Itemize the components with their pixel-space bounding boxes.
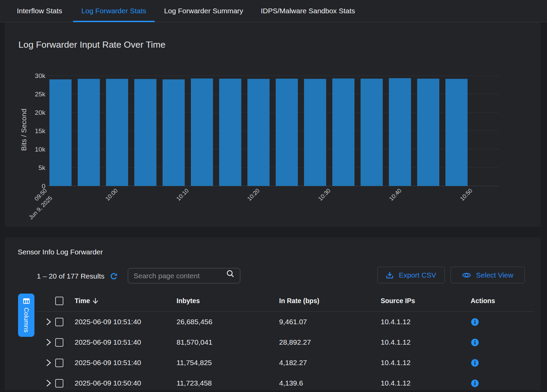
columns-icon	[23, 298, 30, 304]
right-gutter	[541, 22, 547, 392]
cell-sourceips: 10.4.1.12	[381, 312, 411, 332]
expand-row-cell	[45, 373, 52, 392]
row-checkbox-cell	[55, 373, 63, 392]
svg-text:25k: 25k	[35, 91, 45, 98]
cell-sourceips: 10.4.1.12	[381, 373, 411, 392]
cell-inrate: 28,892.27	[279, 332, 311, 352]
tab-bar: Interflow StatsLog Forwarder StatsLog Fo…	[0, 0, 547, 22]
table-row: 2025-06-09 10:50:40 11,723,458 4,139.6 1…	[36, 373, 534, 392]
row-checkbox[interactable]	[55, 359, 63, 367]
tab-interflow-stats[interactable]: Interflow Stats	[9, 0, 71, 22]
table-row: 2025-06-09 10:51:40 11,754,825 4,182.27 …	[36, 352, 534, 373]
chevron-right-icon[interactable]	[45, 379, 52, 387]
sort-desc-icon	[92, 297, 99, 304]
svg-text:10:50: 10:50	[459, 187, 474, 202]
svg-text:10:40: 10:40	[388, 187, 403, 202]
tab-log-forwarder-stats[interactable]: Log Forwarder Stats	[73, 0, 155, 22]
svg-text:10:20: 10:20	[246, 187, 261, 202]
columns-tab[interactable]: Columns	[18, 294, 34, 337]
expand-row-cell	[45, 352, 52, 373]
svg-text:10:00: 10:00	[104, 187, 119, 202]
row-checkbox[interactable]	[55, 318, 63, 326]
cell-inrate: 9,461.07	[279, 312, 307, 332]
select-view-label: Select View	[476, 271, 513, 279]
svg-text:10k: 10k	[35, 146, 45, 153]
info-icon[interactable]	[471, 318, 479, 326]
cell-actions	[471, 332, 479, 352]
tab-log-forwarder-summary[interactable]: Log Forwarder Summary	[155, 0, 252, 22]
select-all-checkbox-cell	[55, 291, 63, 310]
expand-row-cell	[45, 312, 52, 332]
svg-text:20k: 20k	[35, 109, 45, 116]
cell-time: 2025-06-09 10:51:40	[75, 312, 141, 332]
cell-time: 2025-06-09 10:51:40	[75, 332, 141, 352]
svg-text:15k: 15k	[35, 127, 45, 135]
table-row: 2025-06-09 10:51:40 81,570,041 28,892.27…	[36, 332, 534, 352]
svg-text:5k: 5k	[39, 164, 46, 171]
table-header-row: Time Inbytes In Rate (bps) Source IPs Ac…	[36, 292, 534, 312]
row-checkbox-cell	[55, 332, 63, 352]
svg-text:10:30: 10:30	[317, 187, 332, 202]
tab-idps-malware-sandbox-stats[interactable]: IDPS/Malware Sandbox Stats	[253, 0, 363, 22]
search-icon[interactable]	[226, 270, 235, 279]
select-all-checkbox[interactable]	[55, 297, 63, 305]
table-title: Sensor Info Log Forwarder	[18, 248, 103, 256]
table-panel: Sensor Info Log Forwarder 1 – 20 of 177 …	[5, 237, 541, 392]
row-checkbox[interactable]	[55, 379, 63, 388]
expand-row-cell	[45, 332, 52, 352]
cell-inrate: 4,182.27	[279, 352, 307, 373]
row-checkbox-cell	[55, 352, 63, 373]
info-icon[interactable]	[471, 339, 479, 346]
sensor-table: Time Inbytes In Rate (bps) Source IPs Ac…	[36, 292, 534, 392]
select-view-button[interactable]: Select View	[451, 267, 525, 283]
table-row: 2025-06-09 10:51:40 26,685,456 9,461.07 …	[36, 312, 534, 332]
column-header-time[interactable]: Time	[75, 291, 99, 310]
cell-inbytes: 11,754,825	[177, 352, 212, 373]
row-checkbox-cell	[55, 312, 63, 332]
cell-sourceips: 10.4.1.12	[381, 332, 411, 352]
chart-panel: Log Forwarder Input Rate Over Time 05k10…	[5, 22, 541, 227]
svg-text:Bits / Second: Bits / Second	[20, 109, 28, 151]
cell-actions	[471, 352, 479, 373]
cell-inbytes: 26,685,456	[177, 312, 212, 332]
refresh-icon[interactable]	[110, 272, 118, 280]
cell-time: 2025-06-09 10:50:40	[75, 373, 141, 392]
bottom-gutter	[0, 390, 547, 392]
cell-inbytes: 81,570,041	[177, 332, 212, 352]
eye-icon	[462, 271, 471, 279]
input-rate-bar-chart: 05k10k15k20k25k30kBits / Second09:50Jun …	[5, 22, 541, 227]
results-count: 1 – 20 of 177 Results	[37, 271, 104, 281]
download-icon	[386, 271, 394, 279]
svg-text:30k: 30k	[35, 72, 45, 79]
cell-actions	[471, 312, 479, 332]
chevron-right-icon[interactable]	[45, 339, 52, 346]
cell-time: 2025-06-09 10:51:40	[75, 352, 141, 373]
cell-sourceips: 10.4.1.12	[381, 352, 411, 373]
cell-inbytes: 11,723,458	[177, 373, 212, 392]
column-header-inbytes[interactable]: Inbytes	[177, 291, 200, 310]
chevron-right-icon[interactable]	[45, 318, 52, 326]
column-header-actions: Actions	[471, 291, 495, 310]
export-csv-button[interactable]: Export CSV	[377, 267, 445, 283]
info-icon[interactable]	[471, 379, 479, 387]
cell-actions	[471, 373, 479, 392]
svg-text:10:10: 10:10	[175, 187, 190, 202]
row-checkbox[interactable]	[55, 338, 63, 347]
column-header-sourceips[interactable]: Source IPs	[381, 291, 415, 310]
column-header-inrate[interactable]: In Rate (bps)	[279, 291, 319, 310]
info-icon[interactable]	[471, 359, 479, 367]
chevron-right-icon[interactable]	[45, 359, 52, 366]
export-csv-label: Export CSV	[399, 271, 436, 279]
search-input[interactable]	[128, 268, 240, 283]
cell-inrate: 4,139.6	[279, 373, 303, 392]
columns-tab-label: Columns	[22, 308, 30, 332]
search-box	[128, 268, 240, 283]
